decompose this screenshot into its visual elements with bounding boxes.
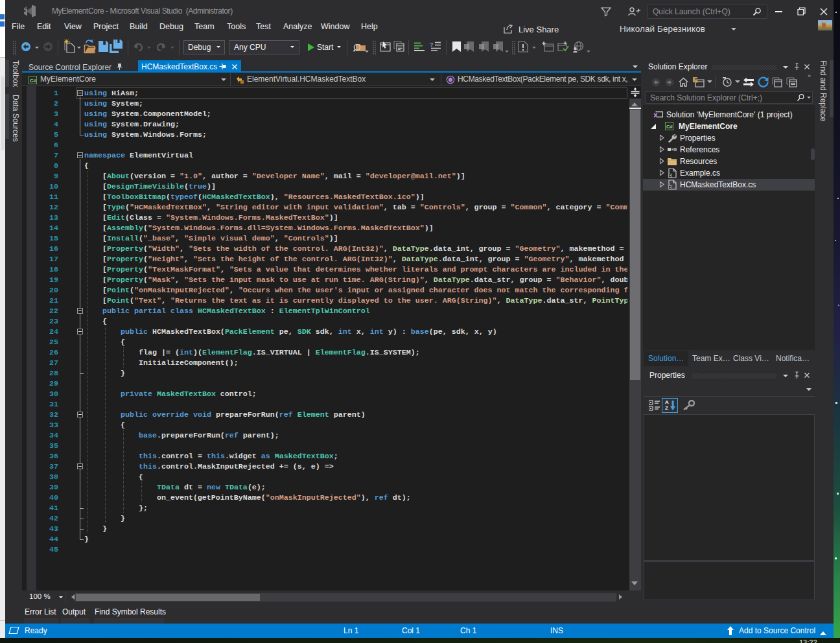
svg-text:?: ? [430,41,434,48]
